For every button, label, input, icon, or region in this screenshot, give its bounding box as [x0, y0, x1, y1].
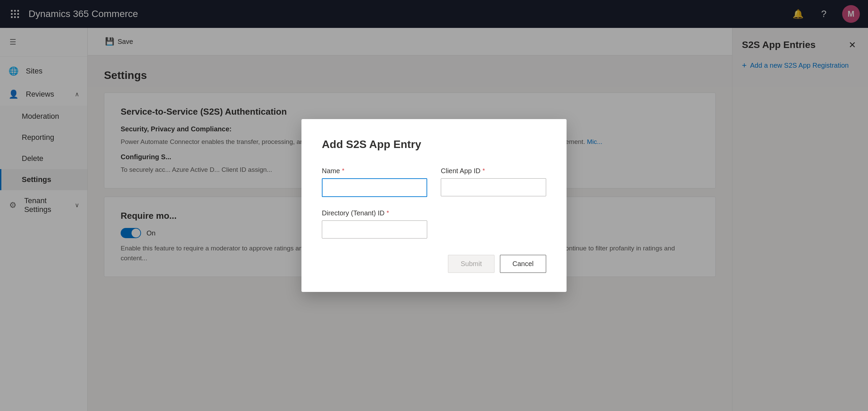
directory-tenant-id-required-star: * — [387, 210, 389, 217]
name-input[interactable] — [322, 178, 427, 197]
add-s2s-app-entry-modal: Add S2S App Entry Name * Client App ID * — [301, 119, 567, 292]
modal-title: Add S2S App Entry — [322, 138, 546, 151]
name-field-group: Name * — [322, 167, 427, 197]
name-required-star: * — [342, 167, 344, 175]
directory-tenant-id-input[interactable] — [322, 220, 427, 239]
cancel-button[interactable]: Cancel — [500, 255, 546, 273]
modal-actions: Submit Cancel — [322, 255, 546, 273]
modal-fields: Name * Client App ID * Directory (Tenant… — [322, 167, 546, 239]
name-label: Name * — [322, 167, 427, 175]
directory-tenant-id-field-group: Directory (Tenant) ID * — [322, 209, 546, 239]
client-app-id-input[interactable] — [441, 178, 546, 196]
client-app-id-field-group: Client App ID * — [441, 167, 546, 197]
client-app-id-required-star: * — [483, 167, 485, 175]
client-app-id-label: Client App ID * — [441, 167, 546, 175]
modal-overlay: Add S2S App Entry Name * Client App ID * — [0, 0, 868, 411]
submit-button[interactable]: Submit — [448, 255, 494, 273]
directory-tenant-id-label: Directory (Tenant) ID * — [322, 209, 546, 217]
